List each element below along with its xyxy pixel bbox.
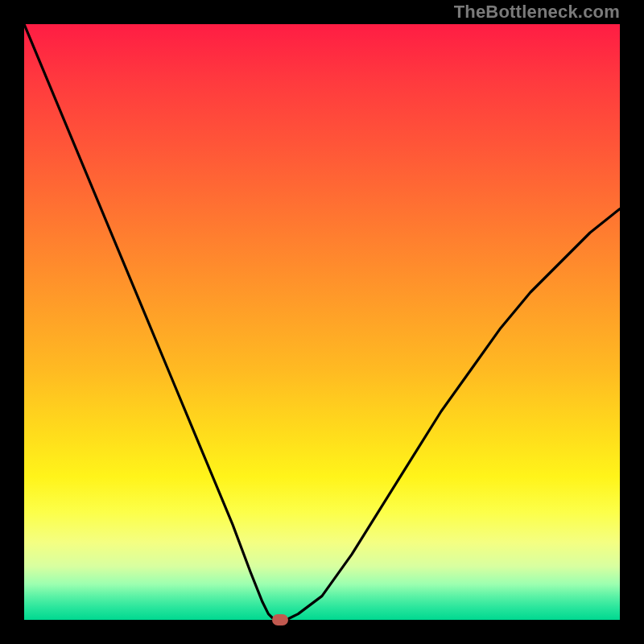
bottleneck-curve [24, 24, 620, 620]
chart-frame: TheBottleneck.com [0, 0, 644, 644]
watermark-text: TheBottleneck.com [454, 2, 620, 23]
curve-svg [24, 24, 620, 620]
chart-plot-area [24, 24, 620, 620]
optimal-point-marker [272, 614, 288, 625]
